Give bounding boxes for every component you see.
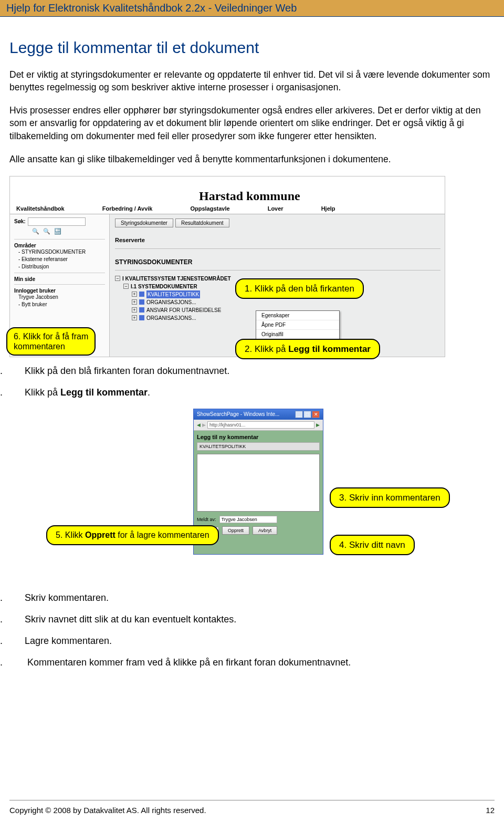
opprett-button[interactable]: Opprett bbox=[222, 526, 249, 535]
bytt-bruker-link[interactable]: - Bytt bruker bbox=[18, 301, 105, 308]
omrade-item[interactable]: - Eksterne referanser bbox=[18, 256, 105, 263]
callout-text: 3. Skriv inn kommentaren bbox=[339, 493, 440, 503]
step-bold: Legg til kommentar bbox=[60, 387, 148, 398]
popup-body: Legg til ny kommentar KVALITETSPOLITIKK … bbox=[194, 431, 323, 538]
expand-icon[interactable]: + bbox=[132, 315, 137, 320]
callout-bold: Legg til kommentar bbox=[288, 344, 371, 354]
maximize-icon[interactable]: □ bbox=[303, 411, 311, 418]
step-2: 2. Klikk på Legg til kommentar. bbox=[9, 387, 495, 398]
main-heading: Legge til kommentar til et dokument bbox=[9, 39, 495, 57]
callout-text: 2. Klikk på bbox=[245, 344, 288, 354]
window-titlebar: ShowSearchPage - Windows Inte... _ □ ✕ bbox=[194, 409, 323, 420]
doc-icon[interactable] bbox=[139, 292, 144, 297]
callout-line: kommentaren bbox=[14, 341, 88, 351]
avbryt-button[interactable]: Avbryt bbox=[253, 526, 277, 535]
step-1: 1. Klikk på den blå firkanten foran doku… bbox=[9, 366, 495, 377]
tab-oppslagstavle[interactable]: Oppslagstavle bbox=[190, 205, 229, 212]
close-icon[interactable]: ✕ bbox=[312, 411, 320, 418]
callout-1: 1. Klikk på den blå firkanten bbox=[235, 278, 364, 299]
forward-icon[interactable]: ▶ bbox=[202, 422, 206, 428]
back-icon[interactable]: ◀ bbox=[197, 422, 201, 428]
section-title: STYRINGSDOKUMENTER bbox=[115, 258, 440, 266]
step-text: Lagre kommentaren. bbox=[25, 636, 112, 646]
callout-5: 5. Klikk Opprett for å lagre kommentaren bbox=[46, 525, 219, 545]
minimize-icon[interactable]: _ bbox=[295, 411, 303, 418]
paragraph-1: Det er viktig at styringsdokumenter er r… bbox=[9, 68, 495, 93]
callout-4: 4. Skriv ditt navn bbox=[330, 535, 415, 555]
omrader-list: - STYRINGSDOKUMENTER - Eksterne referans… bbox=[14, 248, 105, 270]
url-field[interactable]: http://kjhasrv01... bbox=[207, 421, 314, 429]
omrade-item[interactable]: - STYRINGSDOKUMENTER bbox=[18, 248, 105, 256]
main-pane: Styringsdokumenter Resultatdokument Rese… bbox=[115, 218, 440, 322]
tree-doc-selected[interactable]: KVALITETSPOLITIKK bbox=[146, 290, 200, 298]
btn-resultatdokument[interactable]: Resultatdokument bbox=[175, 218, 229, 227]
collapse-icon[interactable]: − bbox=[123, 284, 129, 289]
ctx-apne-pdf[interactable]: Åpne PDF bbox=[256, 320, 339, 330]
doc-icon[interactable] bbox=[139, 299, 144, 305]
step-list: 1. Klikk på den blå firkanten foran doku… bbox=[9, 366, 495, 398]
expand-icon[interactable]: + bbox=[132, 299, 137, 305]
callout-bold: Opprett bbox=[85, 530, 116, 539]
btn-styringsdokumenter[interactable]: Styringsdokumenter bbox=[115, 218, 173, 227]
screenshot2-wrap: ShowSearchPage - Windows Inte... _ □ ✕ ◀… bbox=[9, 409, 495, 587]
callout-text: for å lagre kommentaren bbox=[116, 530, 209, 539]
doc-icon[interactable] bbox=[139, 315, 144, 320]
omrade-item[interactable]: - Distribusjon bbox=[18, 263, 105, 270]
app-header: Harstad kommune Kvalitetshåndbok Forbedr… bbox=[10, 176, 445, 214]
callout-line: 6. Klikk for å få fram bbox=[14, 331, 88, 341]
step-text: Klikk på bbox=[25, 387, 60, 398]
search-label: Søk: bbox=[14, 218, 26, 224]
app-logo: Harstad kommune bbox=[199, 189, 300, 203]
tab-hjelp[interactable]: Hjelp bbox=[321, 205, 335, 212]
comment-textarea[interactable] bbox=[197, 454, 320, 512]
tab-forbedring[interactable]: Forbedring / Avvik bbox=[102, 205, 153, 212]
search-icons[interactable]: 🔍 🔍 🔙 bbox=[32, 228, 105, 235]
header-title: Hjelp for Elektronisk Kvalitetshåndbok 2… bbox=[6, 2, 297, 14]
user-name: Trygve Jacobsen bbox=[18, 294, 105, 301]
step-text: . bbox=[148, 387, 150, 398]
callout-3: 3. Skriv inn kommentaren bbox=[330, 487, 450, 508]
minside-label[interactable]: Min side bbox=[14, 276, 105, 282]
tree-doc[interactable]: ANSVAR FOR UTARBEIDELSE bbox=[146, 306, 221, 314]
tree-doc[interactable]: ORGANISASJONS... bbox=[146, 298, 196, 306]
tab-lover[interactable]: Lover bbox=[268, 205, 284, 212]
ctx-originalfil[interactable]: Originalfil bbox=[256, 330, 339, 339]
app-tabs: Kvalitetshåndbok Forbedring / Avvik Opps… bbox=[16, 205, 335, 212]
step-list-2: 3. Skriv kommentaren. 4. Skriv navnet di… bbox=[9, 592, 495, 668]
paragraph-2: Hvis prosesser endres eller opphører bør… bbox=[9, 104, 495, 142]
ctx-egenskaper[interactable]: Egenskaper bbox=[256, 311, 339, 320]
tab-kvalitetshandbok[interactable]: Kvalitetshåndbok bbox=[16, 205, 65, 212]
callout-6: 6. Klikk for å få fram kommentaren bbox=[6, 327, 96, 356]
page-number: 12 bbox=[486, 806, 495, 815]
meldt-input[interactable] bbox=[219, 516, 277, 523]
go-icon[interactable]: ▶ bbox=[316, 422, 320, 428]
copyright: Copyright © 2008 by Datakvalitet AS. All… bbox=[9, 806, 206, 815]
callout-text: 4. Skriv ditt navn bbox=[339, 540, 405, 550]
step-text: Klikk på den blå firkanten foran dokumen… bbox=[25, 366, 229, 376]
paragraph-3: Alle ansatte kan gi slike tilbakemelding… bbox=[9, 153, 495, 165]
search-input[interactable] bbox=[28, 217, 86, 226]
popup-heading: Legg til ny kommentar bbox=[197, 434, 320, 440]
omrader-label: Områder bbox=[14, 243, 105, 248]
search-row: Søk: bbox=[14, 217, 105, 226]
meldt-row: Meldt av: bbox=[197, 516, 320, 523]
tree-label: I.1 SYSTEMDOKUMENTER bbox=[131, 283, 197, 290]
doc-name-field: KVALITETSPOLITIKK bbox=[197, 442, 320, 451]
tree-row[interactable]: + ORGANISASJONS... bbox=[115, 298, 440, 306]
callout-text: 5. Klikk bbox=[56, 530, 85, 539]
tree-label: I KVALITETSSYSTEM TJENESTEOMRÅDET bbox=[122, 275, 231, 283]
step-4: 4. Skriv navnet ditt slik at du kan even… bbox=[9, 614, 495, 625]
callout-text: 1. Klikk på den blå firkanten bbox=[245, 284, 354, 294]
innlogget-label: Innlogget bruker bbox=[14, 288, 105, 294]
step-text: Skriv navnet ditt slik at du kan eventue… bbox=[25, 614, 236, 625]
browser-toolbar: ◀ ▶ http://kjhasrv01... ▶ bbox=[194, 420, 323, 431]
step-3: 3. Skriv kommentaren. bbox=[9, 592, 495, 604]
window-buttons: _ □ ✕ bbox=[295, 411, 320, 418]
expand-icon[interactable]: + bbox=[132, 307, 137, 313]
page-footer: Copyright © 2008 by Datakvalitet AS. All… bbox=[9, 800, 495, 815]
callout-2: 2. Klikk på Legg til kommentar bbox=[235, 339, 380, 359]
collapse-icon[interactable]: − bbox=[115, 276, 120, 281]
doc-icon[interactable] bbox=[139, 307, 144, 313]
tree-doc[interactable]: ORGANISASJONS... bbox=[146, 314, 196, 322]
expand-icon[interactable]: + bbox=[132, 292, 137, 297]
